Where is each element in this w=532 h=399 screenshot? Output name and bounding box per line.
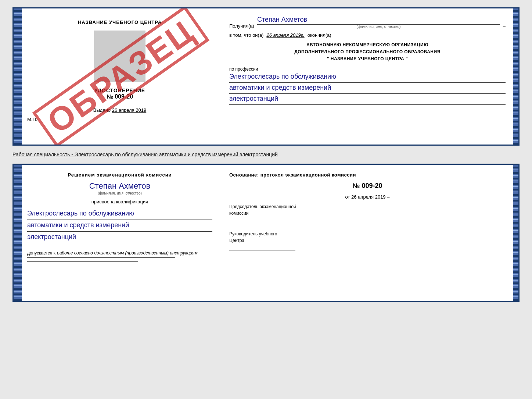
photo-placeholder (94, 31, 145, 82)
binding-left-bottom (14, 165, 22, 301)
doc-title: УДОСТОВЕРЕНИЕ (94, 88, 145, 93)
dash-top: – (503, 23, 506, 29)
dopuskaetsya-row: допускается к работе согласно должностны… (27, 250, 212, 256)
director-line2: Центра (229, 238, 506, 243)
director-signature-line (229, 250, 295, 250)
chairman-line2: комиссии (229, 211, 506, 216)
profession-line1: Электрослесарь по обслуживанию (229, 72, 506, 83)
chairman-signature-line (229, 223, 295, 223)
protocol-number-value: 009-20 (362, 182, 382, 189)
date-value-bottom: 26 апреля 2019 (351, 194, 386, 200)
finished-date: 26 апреля 2019г. (266, 32, 304, 38)
protocol-number: № 009-20 (229, 182, 506, 190)
profession-label: по профессии (229, 67, 506, 72)
org-line3: " НАЗВАНИЕ УЧЕБНОГО ЦЕНТРА " (229, 56, 506, 63)
dopuskaetsya-section: допускается к работе согласно должностны… (27, 250, 212, 262)
qualification-section: Электрослесарь по обслуживанию автоматик… (27, 208, 212, 243)
fio-subtitle-top: (фамилия, имя, отчество) (257, 25, 500, 29)
dopuskaetsya-label: допускается к (27, 250, 55, 256)
issued-label: Выдано (93, 107, 111, 113)
director-section: Руководитель учебного Центра (229, 231, 506, 250)
komissia-title: Решением экзаменационной комиссии (27, 172, 212, 178)
issued-info: Выдано 26 апреля 2019 (93, 107, 146, 113)
prisvoena-text: присвоена квалификация (27, 199, 212, 204)
person-name-bottom: Степан Ахметов (27, 181, 212, 191)
school-name-top: НАЗВАНИЕ УЧЕБНОГО ЦЕНТРА (78, 19, 162, 25)
protocol-label: № (352, 182, 360, 189)
mp-label: М.П. (27, 117, 37, 122)
dopuskaetsya-value: работе согласно должностным (производств… (57, 250, 198, 256)
person-name-top: Степан Ахметов (257, 16, 500, 25)
qual-line2: автоматики и средств измерений (27, 220, 212, 232)
finished-row: в том, что он(а) 26 апреля 2019г. окончи… (229, 32, 506, 38)
finished-label: окончил(а) (308, 32, 331, 38)
chairman-section: Председатель экзаменационной комиссии (229, 204, 506, 223)
bottom-document: Решением экзаменационной комиссии Степан… (12, 164, 520, 302)
received-label: Получил(а) (229, 23, 254, 29)
dash-date: – (387, 194, 389, 200)
chairman-line1: Председатель экзаменационной (229, 204, 506, 209)
top-document: НАЗВАНИЕ УЧЕБНОГО ЦЕНТРА УДОСТОВЕРЕНИЕ №… (12, 7, 520, 146)
director-line1: Руководитель учебного (229, 231, 506, 236)
profession-line3: электростанций (229, 94, 506, 105)
date-label: от (345, 194, 350, 200)
org-info: АВТОНОМНУЮ НЕКОММЕРЧЕСКУЮ ОРГАНИЗАЦИЮ ДО… (229, 42, 506, 63)
org-line2: ДОПОЛНИТЕЛЬНОГО ПРОФЕССИОНАЛЬНОГО ОБРАЗО… (229, 49, 506, 56)
middle-text: Рабочая специальность - Электрослесарь п… (12, 149, 520, 160)
in-that-label: в том, что он(а) (229, 32, 263, 38)
doc-number: № 009-20 (107, 93, 133, 100)
middle-text-content: Рабочая специальность - Электрослесарь п… (12, 152, 278, 157)
qual-line1: Электрослесарь по обслуживанию (27, 208, 212, 220)
binding-right-bottom (513, 165, 518, 301)
profession-section: по профессии Электрослесарь по обслужива… (229, 67, 506, 105)
qual-line3: электростанций (27, 232, 212, 243)
osnovaniye-text: Основание: протокол экзаменационной коми… (229, 172, 506, 178)
issued-date: 26 апреля 2019 (112, 107, 147, 113)
org-line1: АВТОНОМНУЮ НЕКОММЕРЧЕСКУЮ ОРГАНИЗАЦИЮ (229, 42, 506, 49)
profession-line2: автоматики и средств измерений (229, 83, 506, 94)
fio-subtitle-bottom: (фамилия, имя, отчество) (27, 191, 212, 195)
received-row: Получил(а) Степан Ахметов (фамилия, имя,… (229, 16, 506, 29)
binding-right-top (513, 8, 518, 145)
protocol-date: от 26 апреля 2019 – (229, 194, 506, 200)
binding-left-top (14, 8, 22, 145)
